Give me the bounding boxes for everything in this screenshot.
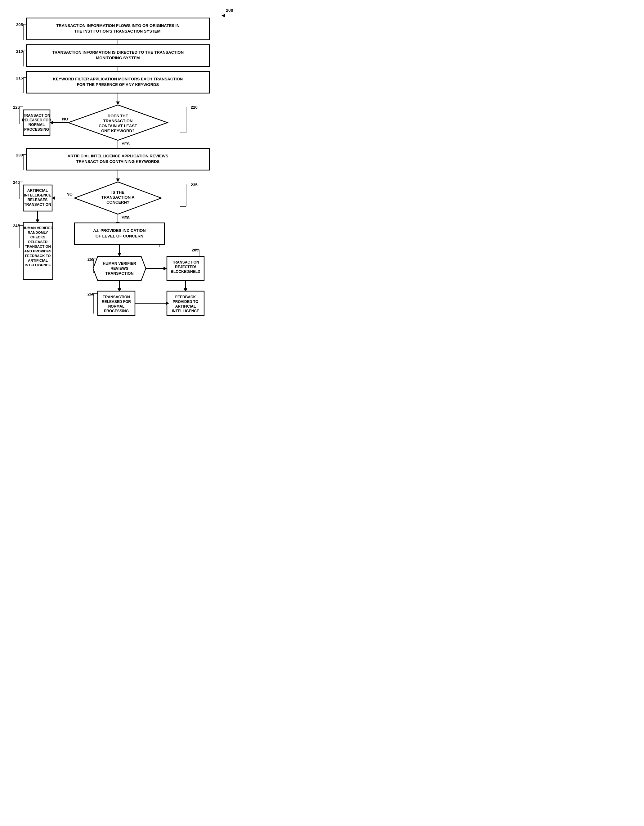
n265-text-line3: BLOCKED/HELD <box>170 269 200 274</box>
n215-label: 215 <box>16 76 23 81</box>
n245-text-line7: FEEDBACK TO <box>25 254 51 258</box>
n260-label: 260 <box>87 292 94 297</box>
svg-marker-29 <box>116 179 120 182</box>
n235-text-line2: TRANSACTION A <box>101 195 135 200</box>
n255-label: 255 <box>87 257 94 262</box>
svg-marker-49 <box>118 253 121 256</box>
n230-text-line1: ARTIFICIAL INTELLIGENCE APPLICATION REVI… <box>68 154 169 158</box>
n240-text-line3: RELEASES <box>28 198 48 202</box>
n240-text-line1: ARTIFICIAL <box>27 188 48 193</box>
n245-label: 245 <box>13 224 20 228</box>
n230-label: 230 <box>16 153 23 157</box>
svg-marker-54 <box>164 267 167 270</box>
n240-text-line4: TRANSACTION <box>24 202 51 207</box>
n235-text-line3: CONCERN? <box>107 200 129 205</box>
n265-label: 265 <box>192 248 198 252</box>
n225-text-line1: TRANSACTION <box>23 113 50 118</box>
n205-text-line1: TRANSACTION INFORMATION FLOWS INTO OR OR… <box>56 23 179 28</box>
n225-text-line3: NORMAL <box>29 123 45 127</box>
n250-text-line1: A.I. PROVIDES INDICATION <box>93 228 146 233</box>
n235-text-line1: IS THE <box>111 190 124 195</box>
n215-text-line2: FOR THE PRESENCE OF ANY KEYWORDS <box>77 82 159 87</box>
n220-text-line3: CONTAIN AT LEAST <box>99 124 137 128</box>
n245-text-line3: CHECKS <box>30 235 46 239</box>
n210-text-line2: MONITORING SYSTEM <box>96 56 139 60</box>
n270-text-line1: FEEDBACK <box>175 295 196 299</box>
n270-text-line4: INTELLIGENCE <box>172 309 199 313</box>
flowchart-diagram: 200 ◄ 205 TRANSACTION INFORMATION FLOWS … <box>6 6 236 320</box>
n225-label: 225 <box>13 105 20 110</box>
svg-marker-14 <box>116 101 120 105</box>
n240-text-line2: INTELLIGENCE <box>24 193 51 197</box>
yes-label-2: YES <box>122 216 130 220</box>
n225-text-line4: PROCESSING <box>24 127 49 132</box>
n260-text-line3: NORMAL <box>108 304 125 309</box>
n255-text-line3: TRANSACTION <box>105 271 134 276</box>
ref-200-label: 200 <box>226 8 233 13</box>
n220-label: 220 <box>191 105 198 110</box>
n245-text-line9: INTELLIGENCE <box>25 263 51 267</box>
n245-text-line8: ARTIFICIAL <box>28 259 48 262</box>
no-label-2: NO <box>67 192 73 197</box>
n220-text-line4: ONE KEYWORD? <box>101 129 135 133</box>
n270-text-line3: ARTIFICIAL <box>175 304 196 309</box>
flowchart-svg: 200 ◄ 205 TRANSACTION INFORMATION FLOWS … <box>6 6 236 320</box>
n220-text-line1: DOES THE <box>108 113 128 118</box>
n260-text-line2: RELEASED FOR <box>102 300 131 304</box>
ref-200-arrow: ◄ <box>220 12 226 19</box>
n215-text-line1: KEYWORD FILTER APPLICATION MONITORS EACH… <box>53 77 183 81</box>
n245-text-line1: HUMAN VERIFIER <box>22 226 53 230</box>
n260-text-line1: TRANSACTION <box>103 295 130 299</box>
n265-text-line1: TRANSACTION <box>172 260 199 264</box>
n250-text-line2: OF LEVEL OF CONCERN <box>96 234 143 238</box>
n210-text-line1: TRANSACTION INFORMATION IS DIRECTED TO T… <box>52 50 184 54</box>
yes-label-1: YES <box>122 141 130 146</box>
n205-text-line2: THE INSTITUTION'S TRANSACTION SYSTEM. <box>74 29 162 34</box>
n205-label: 205 <box>16 22 23 27</box>
n220-text-line2: TRANSACTION <box>103 119 133 123</box>
n230-text-line2: TRANSACTIONS CONTAINING KEYWORDS <box>76 159 160 164</box>
n210-label: 210 <box>16 49 23 54</box>
n260-text-line4: PROCESSING <box>104 309 129 313</box>
n245-text-line5: TRANSACTION <box>25 245 51 248</box>
n245-text-line4: RELEASED <box>28 240 48 244</box>
no-label-1: NO <box>62 117 68 121</box>
n255-text-line1: HUMAN VERIFIER <box>103 261 136 266</box>
n270-text-line2: PROVIDED TO <box>173 300 198 304</box>
n245-text-line2: RANDOMLY <box>28 231 48 234</box>
n245-text-line6: AND PROVIDES <box>24 249 51 253</box>
n240-label: 240 <box>13 180 20 185</box>
n225-text-line2: RELEASED FOR <box>22 118 51 122</box>
n235-label: 235 <box>191 183 198 187</box>
n255-text-line2: REVIEWS <box>110 266 128 271</box>
n265-text-line2: REJECTED/ <box>175 265 196 269</box>
